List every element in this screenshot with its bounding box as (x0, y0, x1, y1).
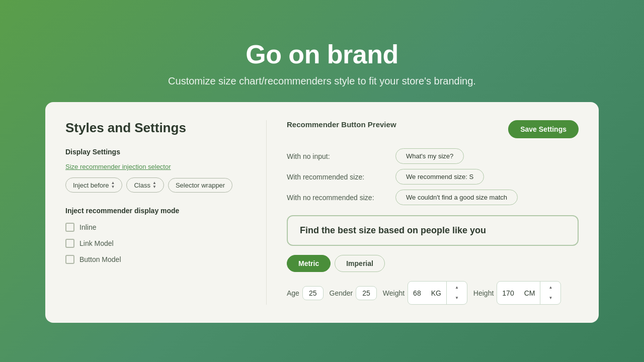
inject-before-arrows: ▲▼ (111, 181, 115, 189)
panel-title: Styles and Settings (65, 120, 246, 136)
gender-label: Gender (330, 289, 353, 297)
weight-item: Weight 68 KG ▲ ▼ (383, 281, 467, 305)
hero-subtitle: Customize size chart/recommenders style … (168, 75, 476, 87)
injection-selector-link[interactable]: Size recommender injection selector (65, 163, 246, 170)
height-input[interactable]: 170 CM ▲ ▼ (497, 281, 561, 305)
height-value: 170 (497, 287, 519, 300)
display-settings-label: Display Settings (65, 148, 246, 156)
preview-title: Recommender Button Preview (287, 120, 396, 129)
checkbox-buttonmodel-row: Button Model (65, 255, 246, 264)
checkbox-linkmodel-label: Link Model (79, 239, 114, 247)
checkbox-linkmodel-row: Link Model (65, 239, 246, 248)
display-mode-label: Inject recommender display mode (65, 207, 246, 215)
metric-button[interactable]: Metric (287, 255, 331, 272)
recommender-widget: Find the best size based on people like … (287, 215, 579, 246)
class-selector[interactable]: Class ▲▼ (126, 177, 164, 193)
gender-item: Gender 25 (330, 286, 377, 300)
weight-value: 68 (408, 287, 426, 300)
preview-row-norecommended: With no recommended size: We couldn't fi… (287, 190, 579, 205)
preview-row-recommended: With recommended size: We recommend size… (287, 169, 579, 185)
age-value[interactable]: 25 (302, 286, 324, 300)
checkbox-inline[interactable] (65, 223, 74, 232)
checkbox-inline-label: Inline (79, 223, 96, 231)
height-item: Height 170 CM ▲ ▼ (473, 281, 561, 305)
recommender-text: Find the best size based on people like … (300, 225, 486, 235)
gender-value[interactable]: 25 (356, 286, 377, 300)
hero-title: Go on brand (168, 39, 476, 69)
main-card: Styles and Settings Display Settings Siz… (45, 102, 599, 323)
unit-toggle: Metric Imperial (287, 255, 579, 272)
selector-wrapper-label: Selector wrapper (176, 182, 225, 189)
preview-rows: With no input: What's my size? With reco… (287, 148, 579, 205)
checkbox-linkmodel[interactable] (65, 239, 74, 248)
checkbox-buttonmodel[interactable] (65, 255, 74, 264)
inject-before-label: Inject before (73, 182, 109, 189)
checkbox-inline-row: Inline (65, 223, 246, 232)
imperial-button[interactable]: Imperial (335, 255, 385, 272)
weight-unit: KG (426, 287, 446, 300)
class-arrows: ▲▼ (152, 181, 156, 189)
inject-before-selector[interactable]: Inject before ▲▼ (65, 177, 122, 193)
height-unit: CM (519, 287, 540, 300)
recommend-size-button[interactable]: We recommend size: S (395, 169, 484, 185)
save-settings-button[interactable]: Save Settings (508, 120, 579, 138)
selector-row: Inject before ▲▼ Class ▲▼ Selector wrapp… (65, 177, 246, 193)
no-match-button[interactable]: We couldn't find a good size match (395, 190, 518, 205)
weight-down-arrow: ▼ (450, 293, 464, 303)
height-down-arrow: ▼ (543, 293, 557, 303)
preview-label-noinput: With no input: (287, 152, 387, 160)
preview-label-recommended: With recommended size: (287, 173, 387, 181)
height-label: Height (473, 289, 494, 297)
class-label: Class (134, 182, 150, 189)
weight-arrows[interactable]: ▲ ▼ (446, 282, 467, 304)
whats-my-size-button[interactable]: What's my size? (395, 148, 464, 164)
measure-row: Age 25 Gender 25 Weight 68 KG ▲ ▼ (287, 281, 579, 305)
height-up-arrow: ▲ (543, 283, 557, 293)
preview-label-norecommended: With no recommended size: (287, 194, 387, 202)
preview-row-noinput: With no input: What's my size? (287, 148, 579, 164)
selector-wrapper[interactable]: Selector wrapper (168, 178, 232, 193)
weight-label: Weight (383, 289, 405, 297)
weight-input[interactable]: 68 KG ▲ ▼ (408, 281, 467, 305)
height-arrows[interactable]: ▲ ▼ (540, 282, 560, 304)
age-item: Age 25 (287, 286, 324, 300)
weight-up-arrow: ▲ (450, 283, 464, 293)
right-header: Recommender Button Preview Save Settings (287, 120, 579, 138)
left-panel: Styles and Settings Display Settings Siz… (65, 120, 267, 305)
checkbox-buttonmodel-label: Button Model (79, 255, 121, 263)
hero-section: Go on brand Customize size chart/recomme… (168, 39, 476, 87)
right-panel: Recommender Button Preview Save Settings… (287, 120, 579, 305)
age-label: Age (287, 289, 299, 297)
